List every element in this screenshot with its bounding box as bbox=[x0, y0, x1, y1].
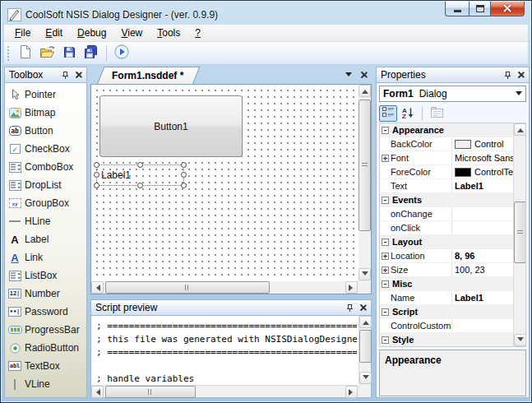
property-category-appearance[interactable]: -Appearance bbox=[380, 123, 513, 137]
collapse-icon[interactable]: - bbox=[382, 127, 389, 134]
save-button[interactable] bbox=[59, 44, 79, 63]
save-all-button[interactable] bbox=[81, 44, 101, 63]
resize-handle-se[interactable] bbox=[181, 183, 187, 188]
toolbox-item-hline[interactable]: HLine bbox=[5, 212, 86, 230]
collapse-icon[interactable]: - bbox=[382, 239, 389, 246]
toolbox-item-bitmap[interactable]: Bitmap bbox=[5, 104, 86, 122]
menu-item-edit[interactable]: Edit bbox=[38, 25, 70, 40]
resize-handle-sw[interactable] bbox=[94, 183, 99, 188]
property-category-misc[interactable]: -Misc bbox=[380, 277, 513, 291]
toolbox-item-password[interactable]: ••|Password bbox=[5, 303, 86, 321]
close-icon[interactable] bbox=[76, 72, 82, 78]
object-selector[interactable]: Form1 Dialog bbox=[379, 86, 526, 102]
script-hscrollbar[interactable] bbox=[91, 385, 358, 397]
property-category-script[interactable]: -Script bbox=[380, 305, 513, 319]
run-button[interactable] bbox=[112, 44, 132, 63]
property-row-name[interactable]: NameLabel1 bbox=[380, 291, 513, 305]
resize-handle-nw[interactable] bbox=[94, 162, 99, 168]
resize-handle-ne[interactable] bbox=[181, 162, 187, 168]
hscroll-thumb[interactable] bbox=[105, 281, 270, 294]
design-button1[interactable]: Button1 bbox=[99, 95, 243, 157]
toolbox-item-checkbox[interactable]: ✓CheckBox bbox=[5, 140, 86, 158]
close-tab-icon[interactable] bbox=[361, 72, 368, 78]
expand-icon[interactable]: + bbox=[382, 252, 389, 260]
categorized-button[interactable] bbox=[379, 105, 397, 122]
toolbox-item-vline[interactable]: VLine bbox=[5, 375, 86, 393]
toolbox-item-droplist[interactable]: DropList bbox=[5, 176, 86, 194]
vscroll-thumb[interactable] bbox=[359, 330, 372, 363]
property-value[interactable]: Label1 bbox=[452, 293, 513, 303]
scroll-down-button[interactable] bbox=[514, 334, 526, 346]
property-value[interactable]: ControlText bbox=[452, 167, 513, 177]
scroll-down-button[interactable] bbox=[359, 268, 371, 280]
new-file-button[interactable] bbox=[15, 44, 35, 63]
property-row-onclick[interactable]: onClick bbox=[380, 221, 513, 235]
toolbar-grip[interactable] bbox=[7, 46, 10, 61]
property-value[interactable]: 100, 23 bbox=[452, 265, 513, 275]
property-value[interactable]: Microsoft Sans bbox=[452, 153, 513, 163]
design-canvas[interactable]: Button1 Label1 bbox=[91, 85, 358, 280]
menu-item-help[interactable]: ? bbox=[187, 25, 208, 40]
scroll-down-button[interactable] bbox=[359, 372, 372, 384]
toolbox-item-combobox[interactable]: ComboBox bbox=[5, 158, 86, 176]
pin-icon[interactable] bbox=[345, 303, 354, 313]
sort-az-button[interactable]: AZ bbox=[399, 105, 417, 122]
toolbox-item-number[interactable]: 12|Number bbox=[5, 285, 86, 303]
scroll-left-button[interactable] bbox=[91, 386, 104, 398]
design-label1-selection[interactable]: Label1 bbox=[96, 164, 184, 186]
resize-handle-s[interactable] bbox=[137, 183, 143, 188]
close-icon[interactable] bbox=[518, 72, 525, 78]
menu-item-file[interactable]: File bbox=[7, 25, 38, 40]
property-row-controlcustoms[interactable]: ControlCustomS bbox=[380, 319, 513, 333]
property-category-events[interactable]: -Events bbox=[380, 193, 513, 207]
toolbox-item-groupbox[interactable]: xyGroupBox bbox=[5, 194, 86, 212]
property-row-size[interactable]: +Size100, 23 bbox=[380, 263, 513, 277]
toolbox-item-button[interactable]: abButton bbox=[5, 122, 86, 140]
pin-icon[interactable] bbox=[61, 71, 70, 80]
collapse-icon[interactable]: - bbox=[382, 197, 389, 204]
resize-handle-n[interactable] bbox=[137, 162, 143, 168]
property-pages-button[interactable] bbox=[428, 105, 446, 122]
collapse-icon[interactable]: - bbox=[382, 280, 389, 288]
minimize-button[interactable] bbox=[445, 1, 469, 16]
toolbox-item-pointer[interactable]: Pointer bbox=[5, 86, 86, 104]
vscroll-thumb[interactable] bbox=[514, 202, 526, 263]
script-vscrollbar[interactable] bbox=[359, 316, 371, 384]
property-category-layout[interactable]: -Layout bbox=[380, 235, 513, 249]
expand-icon[interactable]: + bbox=[382, 155, 389, 162]
open-file-button[interactable] bbox=[37, 44, 57, 63]
toolbox-item-listbox[interactable]: ListBox bbox=[5, 266, 86, 285]
close-button[interactable] bbox=[491, 1, 525, 16]
hscroll-thumb[interactable] bbox=[105, 386, 196, 398]
chevron-down-icon[interactable] bbox=[345, 72, 352, 80]
vscroll-thumb[interactable] bbox=[359, 100, 371, 231]
title-bar[interactable]: CoolSoft NSIS Dialog Designer - (ver. 0.… bbox=[4, 4, 528, 25]
collapse-icon[interactable]: - bbox=[382, 336, 389, 344]
toolbox-item-label[interactable]: ALabel bbox=[5, 230, 86, 248]
collapse-icon[interactable]: - bbox=[382, 308, 389, 316]
designer-vscrollbar[interactable] bbox=[359, 85, 371, 280]
property-value[interactable]: 8, 96 bbox=[452, 251, 513, 261]
menu-item-tools[interactable]: Tools bbox=[150, 25, 187, 40]
scroll-up-button[interactable] bbox=[514, 123, 526, 136]
tab-form1[interactable]: Form1.nsddef * bbox=[97, 67, 193, 84]
close-icon[interactable] bbox=[360, 304, 367, 311]
expand-icon[interactable]: + bbox=[382, 266, 389, 274]
scroll-right-button[interactable] bbox=[345, 386, 358, 398]
scroll-left-button[interactable] bbox=[91, 281, 104, 294]
toolbox-item-progressbar[interactable]: ProgressBar bbox=[5, 321, 86, 339]
property-value[interactable]: Label1 bbox=[452, 181, 513, 191]
properties-vscrollbar[interactable] bbox=[513, 123, 525, 346]
designer-hscrollbar[interactable] bbox=[91, 281, 358, 294]
pin-icon[interactable] bbox=[503, 71, 512, 80]
resize-handle-e[interactable] bbox=[181, 172, 187, 178]
property-row-location[interactable]: +Location8, 96 bbox=[380, 249, 513, 263]
property-value[interactable]: Control bbox=[452, 139, 513, 149]
toolbox-item-link[interactable]: ALink bbox=[5, 248, 86, 266]
property-row-onchange[interactable]: onChange bbox=[380, 207, 513, 221]
scroll-up-button[interactable] bbox=[359, 85, 371, 97]
menu-item-debug[interactable]: Debug bbox=[70, 25, 113, 40]
property-row-text[interactable]: TextLabel1 bbox=[380, 179, 513, 193]
toolbox-item-textbox[interactable]: ablTextBox bbox=[5, 357, 86, 375]
scroll-right-button[interactable] bbox=[345, 281, 358, 294]
